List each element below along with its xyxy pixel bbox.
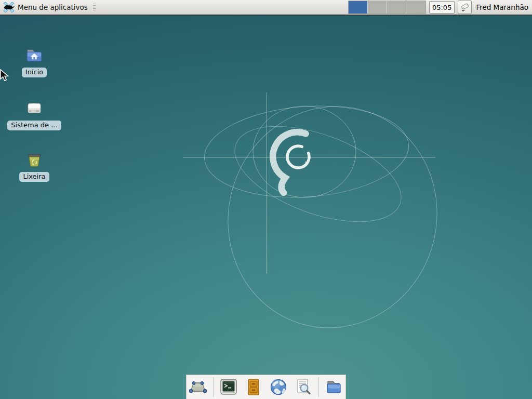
xfce-mouse-logo-icon [3,1,15,14]
desktop-wallpaper[interactable]: Início Sistema de ... [0,16,532,399]
dock-separator [213,377,214,397]
desktop-icon-label: Sistema de ... [7,121,61,130]
applications-menu-label: Menu de aplicativos [18,3,88,11]
document-magnifier-icon [294,378,313,396]
workspace-4[interactable] [406,1,425,14]
workspace-2[interactable] [368,1,387,14]
desktop-screen: Menu de aplicativos 05:05 Fred Maranhão [0,0,532,399]
desktop-icon-sistema[interactable]: Sistema de ... [3,99,65,130]
web-browser-button[interactable] [268,377,289,397]
globe-icon [269,378,288,396]
stylus-icon [460,2,470,12]
show-desktop-button[interactable] [187,377,209,397]
desktop-icon-inicio[interactable]: Início [3,46,65,77]
trash-icon [25,151,43,168]
panel-grip-handle[interactable] [93,4,96,11]
workspace-3[interactable] [387,1,406,14]
terminal-button[interactable] [218,377,240,397]
clock[interactable]: 05:05 [429,1,455,14]
dock-panel [186,375,346,399]
stylus-tray-button[interactable] [458,1,472,14]
username-label[interactable]: Fred Maranhão [476,3,528,11]
workspace-1[interactable] [349,1,368,14]
desktop-icon-label: Início [22,68,47,77]
blue-folder-icon [325,378,343,396]
applications-menu-button[interactable]: Menu de aplicativos [0,0,90,15]
application-finder-button[interactable] [292,377,314,397]
workspace-switcher[interactable] [348,1,426,14]
home-folder-icon [25,46,43,64]
filesystem-drive-icon [25,99,43,117]
show-desktop-icon [189,378,207,396]
top-panel: Menu de aplicativos 05:05 Fred Maranhão [0,0,532,16]
debian-swirl-artwork [0,16,532,399]
desktop-icon-lixeira[interactable]: Lixeira [3,151,65,182]
arrow-cursor-icon [0,69,11,83]
file-manager-button[interactable] [323,377,345,397]
dock-separator [318,377,319,397]
desktop-icon-label: Lixeira [19,172,49,182]
file-cabinet-icon [244,378,263,396]
terminal-icon [219,378,238,396]
file-cabinet-button[interactable] [243,377,264,397]
